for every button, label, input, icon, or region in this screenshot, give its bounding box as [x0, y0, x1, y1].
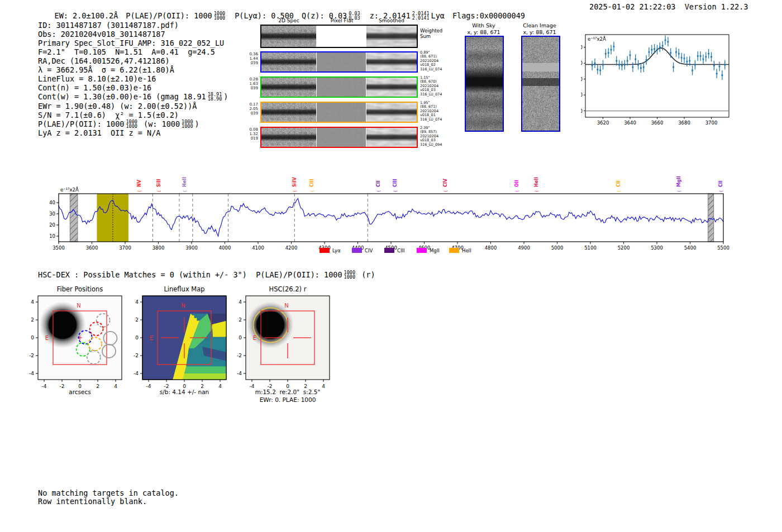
svg-text:N: N	[284, 303, 288, 309]
info-cont-w: Cont(w) = 1.30(±0.00)e-16 (gmag 18.9118.…	[38, 92, 228, 102]
svg-text:3900: 3900	[185, 245, 198, 251]
svg-text:4000: 4000	[219, 245, 231, 251]
svg-text:3500: 3500	[53, 245, 65, 251]
svg-text:5000: 5000	[551, 245, 564, 251]
spec2d-row-annotation: 1.15" (88, 670) 20210204 v018_03 316_LU_…	[420, 76, 456, 97]
svg-text:-2: -2	[60, 384, 65, 389]
weighted-smoothed-image	[366, 26, 417, 47]
svg-text:CIII: CIII	[397, 248, 404, 253]
svg-text:{: {	[617, 190, 621, 193]
spec2d-weighted-row	[260, 25, 418, 48]
header-flags: Flags:0x00000049	[452, 11, 525, 20]
svg-text:2: 2	[31, 317, 34, 323]
svg-text:30: 30	[581, 60, 583, 66]
fiber-xlabel: arcsecs	[69, 389, 90, 395]
spec2d-row-annotation: 0.89" (88, 671) 20210204 v018_02 316_LU_…	[420, 51, 456, 71]
line-fit-plot: 01020304036203640366036803700e⁻¹⁷x2Å	[581, 31, 737, 130]
svg-text:{: {	[677, 190, 681, 193]
svg-text:3600: 3600	[86, 245, 98, 251]
hsc-caption-2: EWr: 0. PLAE: 1000	[260, 396, 316, 403]
svg-text:10: 10	[49, 233, 55, 239]
svg-text:2: 2	[239, 317, 242, 323]
svg-text:30: 30	[49, 211, 55, 217]
svg-text:NV: NV	[137, 179, 142, 187]
hsc-cutout-plot: NE-4-4-2-2002244	[230, 282, 336, 391]
with-sky-subtitle: x, y: 88, 671	[467, 29, 500, 35]
spec2d-row-weights: 0.172.05039	[246, 102, 258, 116]
header-ew: EW: 2.0±100.2Å	[55, 11, 118, 20]
svg-text:40: 40	[49, 200, 55, 205]
svg-text:e⁻¹⁷x2Å: e⁻¹⁷x2Å	[588, 36, 606, 42]
svg-text:-4: -4	[146, 384, 151, 389]
col-title-2dspec: 2D Spec	[278, 18, 299, 23]
svg-text:-4: -4	[133, 371, 139, 376]
svg-text:20: 20	[49, 222, 55, 228]
svg-text:-2: -2	[133, 353, 139, 358]
svg-text:20: 20	[581, 76, 583, 82]
spec2d-row-4	[260, 127, 418, 148]
svg-text:0: 0	[135, 335, 139, 341]
clean-image-title: Clean Image	[523, 22, 556, 28]
svg-text:-4: -4	[250, 384, 255, 389]
svg-text:-4: -4	[237, 371, 242, 376]
row-smoothed-image	[366, 128, 417, 147]
svg-text:HeII: HeII	[534, 177, 539, 187]
row-pixelflat-image	[317, 128, 366, 147]
svg-text:4: 4	[135, 299, 139, 305]
svg-text:HeII: HeII	[462, 248, 471, 253]
clean-image	[521, 36, 560, 132]
spec2d-row-3	[260, 102, 418, 123]
svg-text:e⁻¹⁷x2Å: e⁻¹⁷x2Å	[60, 186, 79, 193]
svg-text:3800: 3800	[152, 245, 165, 251]
svg-text:CIV: CIV	[443, 178, 448, 187]
svg-text:HeII: HeII	[182, 177, 187, 187]
spec2d-row-weights: 0.361.44039	[246, 52, 258, 65]
row-2dspec-image	[261, 52, 316, 71]
svg-text:-4: -4	[29, 371, 34, 376]
svg-text:5400: 5400	[684, 245, 697, 251]
spec2d-row-2	[260, 76, 418, 98]
svg-text:5300: 5300	[651, 245, 663, 251]
footer-blank-row: Row intentionally blank.	[38, 497, 147, 506]
svg-text:CII: CII	[718, 180, 723, 187]
svg-text:5100: 5100	[584, 245, 597, 251]
with-sky-image	[465, 36, 504, 132]
svg-text:MgII: MgII	[676, 176, 681, 187]
row-2dspec-image	[261, 103, 316, 122]
svg-text:10: 10	[581, 92, 583, 98]
row-smoothed-image	[366, 78, 417, 97]
svg-text:MgII: MgII	[430, 248, 440, 253]
svg-text:CIII: CIII	[309, 179, 314, 187]
hsc-dex-line: HSC-DEX : Possible Matches = 0 (within +…	[38, 270, 375, 280]
col-title-smoothed: Smoothed	[379, 18, 404, 23]
spec2d-row-weights: 0.281.63039	[246, 77, 258, 90]
svg-text:3660: 3660	[651, 120, 664, 126]
svg-text:OII: OII	[514, 180, 519, 187]
info-obs: Obs: 20210204v018_3011487187	[38, 30, 165, 39]
svg-text:-2: -2	[237, 353, 242, 358]
svg-text:4: 4	[322, 384, 325, 389]
svg-text:N: N	[181, 303, 185, 309]
lineflux-xlabel: s/b: 4.14 +/- nan	[160, 389, 209, 395]
info-ewr: EWr = 1.90(±0.48) (w: 2.00(±0.52))Å	[38, 102, 197, 111]
svg-text:4: 4	[114, 384, 117, 389]
svg-text:3700: 3700	[705, 120, 718, 126]
lineflux-map-plot: NE-4-4-2-2002244	[127, 282, 233, 391]
weighted-2dspec-image	[261, 26, 316, 47]
full-spectrum-plot: 1020304035003600370038003900400041004200…	[0, 166, 782, 261]
svg-text:5500: 5500	[717, 245, 729, 251]
svg-text:{: {	[310, 190, 314, 193]
svg-text:4800: 4800	[485, 245, 497, 251]
svg-text:3640: 3640	[624, 120, 636, 126]
header-plae-frac: 10001000	[214, 11, 225, 21]
svg-text:-4: -4	[42, 384, 47, 389]
info-lineflux: LineFlux = 8.10(±2.10)e-16	[38, 74, 156, 83]
svg-text:40: 40	[581, 45, 583, 50]
spec2d-row-annotation: 2.39" (89, 857) 20210204 v018_03 316_LU_…	[420, 126, 456, 147]
svg-text:0: 0	[31, 335, 34, 341]
svg-text:4200: 4200	[285, 245, 298, 251]
row-pixelflat-image	[317, 103, 366, 122]
svg-text:SiIV: SiIV	[292, 177, 297, 187]
hsc-caption-1: m:15.2 re:2.0" s:2.5"	[255, 389, 321, 395]
svg-text:{: {	[444, 190, 448, 193]
